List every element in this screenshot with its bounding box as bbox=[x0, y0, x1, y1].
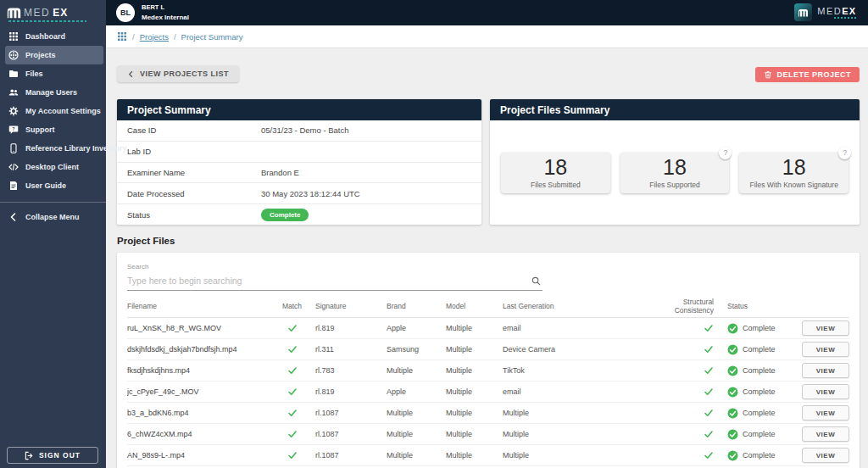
sidebar-item-label: My Account Settings bbox=[25, 107, 101, 115]
sidebar-item-dashboard[interactable]: Dashboard bbox=[0, 27, 106, 46]
cell-model: Multiple bbox=[446, 409, 503, 417]
col-signature: Signature bbox=[315, 302, 387, 310]
cell-signature: rl.311 bbox=[315, 345, 387, 354]
cell-signature: rl.1087 bbox=[315, 430, 387, 438]
table-row: ruL_XnSK_h8_R_WG.MOV rl.819 Apple Multip… bbox=[127, 318, 849, 339]
cell-last-generation: Multiple bbox=[503, 409, 647, 417]
col-model: Model bbox=[446, 302, 503, 310]
logo-text-suffix: EX bbox=[842, 6, 856, 16]
project-summary-title: Project Summary bbox=[117, 99, 481, 120]
sign-out-button[interactable]: SIGN OUT bbox=[7, 447, 98, 464]
breadcrumb-separator: / bbox=[132, 32, 135, 42]
structural-check-icon bbox=[704, 344, 727, 354]
code-icon bbox=[8, 162, 19, 172]
match-check-icon bbox=[287, 429, 298, 439]
cell-model: Multiple bbox=[446, 324, 503, 332]
cell-filename: ruL_XnSK_h8_R_WG.MOV bbox=[127, 324, 269, 332]
cell-signature: rl.819 bbox=[315, 324, 387, 332]
search-icon[interactable] bbox=[531, 276, 541, 286]
medex-logo[interactable]: MEDEX bbox=[0, 0, 106, 19]
cell-last-generation: Device Camera bbox=[503, 345, 647, 354]
users-icon bbox=[8, 87, 19, 98]
status-cell: Complete bbox=[727, 408, 792, 419]
sidebar-item-label: Manage Users bbox=[25, 88, 77, 97]
circle-check-icon bbox=[727, 323, 738, 334]
structural-check-icon bbox=[704, 387, 727, 397]
status-cell: Complete bbox=[727, 323, 792, 334]
table-row: 6_chWZ4cXM.mp4 rl.1087 Multiple Multiple… bbox=[127, 424, 849, 445]
stat-files-supported: ? 18 Files Supported bbox=[620, 153, 730, 193]
view-button[interactable]: VIEW bbox=[802, 405, 849, 421]
match-check-icon bbox=[287, 450, 298, 460]
breadcrumb-link-projects[interactable]: Projects bbox=[140, 32, 169, 42]
sidebar-item-desktop-client[interactable]: Desktop Client bbox=[0, 158, 106, 176]
summary-row-lab-id: Lab ID bbox=[117, 142, 481, 163]
view-projects-list-button[interactable]: VIEW PROJECTS LIST bbox=[117, 65, 239, 82]
col-match: Match bbox=[282, 302, 302, 310]
sidebar-item-reference-library[interactable]: Reference Library Inventory bbox=[0, 139, 106, 158]
cell-brand: Multiple bbox=[387, 366, 446, 375]
table-row: dskjhfdsdkj_dskjah7bndfsjh.mp4 rl.311 Sa… bbox=[127, 339, 849, 360]
circle-check-icon bbox=[727, 429, 738, 440]
cell-filename: AN_98s9-L-.mp4 bbox=[127, 451, 269, 460]
cell-filename: 6_chWZ4cXM.mp4 bbox=[127, 430, 269, 438]
sidebar-nav: Dashboard Projects Files Manage Users My… bbox=[0, 27, 106, 226]
sidebar-item-projects[interactable]: Projects bbox=[5, 46, 103, 64]
field-label: Lab ID bbox=[127, 147, 261, 156]
sidebar-item-label: User Guide bbox=[25, 181, 66, 190]
sidebar-item-support[interactable]: Support bbox=[0, 120, 106, 139]
user-name: BERT L bbox=[142, 3, 189, 13]
project-files-panel: Search Filename Match Signature Brand Mo… bbox=[117, 253, 860, 468]
user-menu[interactable]: BL BERT L Medex Internal bbox=[116, 3, 189, 22]
col-structural-consistency: Structural Consistency bbox=[647, 298, 727, 315]
help-icon[interactable]: ? bbox=[838, 147, 851, 159]
circle-check-icon bbox=[727, 408, 738, 419]
cell-brand: Apple bbox=[387, 387, 446, 396]
collapse-menu-button[interactable]: Collapse Menu bbox=[0, 208, 106, 226]
logo-tagline bbox=[834, 17, 856, 19]
cell-filename: jc_cPyeF_49c_.MOV bbox=[127, 387, 269, 396]
sidebar-item-files[interactable]: Files bbox=[0, 64, 106, 83]
user-org: Medex Internal bbox=[142, 13, 189, 22]
cell-brand: Apple bbox=[387, 324, 446, 332]
match-check-icon bbox=[287, 323, 298, 333]
apps-grid-icon[interactable] bbox=[117, 31, 127, 42]
sidebar-item-account-settings[interactable]: My Account Settings bbox=[0, 102, 106, 120]
search-label: Search bbox=[127, 263, 542, 270]
sidebar-item-label: Support bbox=[25, 125, 55, 134]
status-cell: Complete bbox=[727, 344, 792, 355]
view-button[interactable]: VIEW bbox=[802, 320, 849, 336]
status-cell: Complete bbox=[727, 387, 792, 398]
circle-check-icon bbox=[727, 387, 738, 398]
project-files-title: Project Files bbox=[117, 236, 175, 246]
search-input[interactable] bbox=[127, 276, 542, 286]
cell-signature: rl.1087 bbox=[315, 409, 387, 417]
col-brand: Brand bbox=[387, 302, 446, 310]
tablet-icon bbox=[8, 143, 19, 153]
table-row: jc_cPyeF_49c_.MOV rl.819 Apple Multiple … bbox=[127, 382, 849, 403]
project-summary-card: Project Summary Case ID 05/31/23 - Demo … bbox=[117, 99, 481, 225]
logout-icon bbox=[25, 451, 34, 460]
help-icon[interactable]: ? bbox=[719, 147, 732, 159]
app: { "brand": { "name_prefix": "MED", "name… bbox=[0, 0, 868, 468]
match-check-icon bbox=[287, 408, 298, 418]
field-value: Brandon E bbox=[261, 168, 299, 177]
logo-text-prefix: MED bbox=[24, 7, 50, 19]
view-button[interactable]: VIEW bbox=[802, 448, 849, 463]
sidebar-item-manage-users[interactable]: Manage Users bbox=[0, 83, 106, 102]
cell-model: Multiple bbox=[446, 451, 503, 460]
view-button[interactable]: VIEW bbox=[802, 426, 849, 442]
table-row: AN_98s9-L-.mp4 rl.1087 Multiple Multiple… bbox=[127, 445, 849, 466]
summary-row-date-processed: Date Processed 30 May 2023 18:12:44 UTC bbox=[117, 183, 481, 204]
view-button[interactable]: VIEW bbox=[802, 342, 849, 357]
cell-last-generation: TikTok bbox=[503, 366, 647, 375]
sidebar-item-user-guide[interactable]: User Guide bbox=[0, 176, 106, 195]
field-label: Case ID bbox=[127, 125, 261, 135]
view-button[interactable]: VIEW bbox=[802, 384, 849, 399]
stat-value: 18 bbox=[663, 157, 687, 178]
field-label: Date Processed bbox=[127, 189, 261, 198]
cell-filename: fksdjhskdjhns.mp4 bbox=[127, 366, 269, 375]
delete-project-button[interactable]: DELETE PROJECT bbox=[755, 67, 860, 82]
view-button[interactable]: VIEW bbox=[802, 363, 849, 378]
stat-value: 18 bbox=[782, 157, 806, 178]
